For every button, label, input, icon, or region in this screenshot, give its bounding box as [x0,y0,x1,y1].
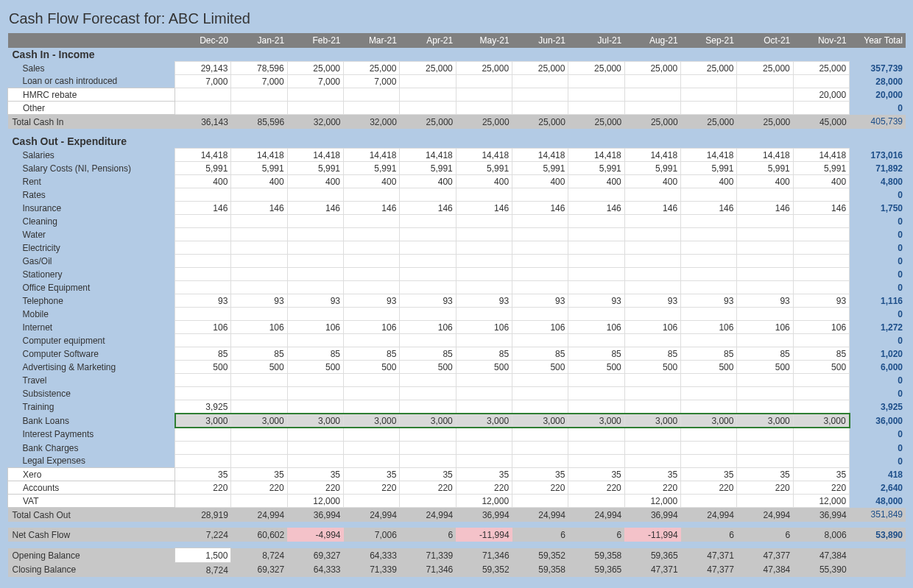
cell[interactable] [737,387,793,400]
cell[interactable] [793,334,849,347]
cell[interactable]: 3,000 [624,414,680,428]
cell[interactable] [344,88,400,102]
cell[interactable] [681,442,737,455]
cell[interactable] [568,88,624,102]
cell[interactable]: 35 [624,468,680,481]
row-label[interactable]: VAT [8,495,175,508]
cell[interactable]: 93 [568,294,624,308]
cell[interactable] [737,228,793,241]
cell[interactable]: 29,143 [175,62,231,75]
cell[interactable]: 20,000 [793,88,849,102]
cell[interactable] [793,281,849,294]
cell[interactable]: 35 [793,468,849,481]
cell[interactable]: 14,418 [737,149,793,162]
cell[interactable]: 93 [231,294,287,308]
cell[interactable] [681,268,737,281]
cell[interactable] [681,387,737,400]
cell[interactable] [231,268,287,281]
cell[interactable]: 500 [568,361,624,374]
cell[interactable] [737,215,793,228]
cell[interactable]: 85 [344,347,400,361]
cell[interactable] [512,334,568,347]
cell[interactable]: 500 [231,361,287,374]
cell[interactable] [681,281,737,294]
cell[interactable] [793,308,849,321]
cell[interactable] [400,102,456,115]
cell[interactable] [175,442,231,455]
cell[interactable] [793,241,849,255]
cell[interactable]: 400 [737,175,793,188]
cell[interactable]: 146 [456,202,512,215]
cell[interactable]: 25,000 [400,62,456,75]
cell[interactable] [287,281,343,294]
cell[interactable] [512,75,568,88]
cell[interactable] [512,241,568,255]
cell[interactable]: 14,418 [400,149,456,162]
cell[interactable] [568,374,624,387]
cell[interactable] [287,374,343,387]
cell[interactable]: 500 [512,361,568,374]
cell[interactable] [231,255,287,268]
cell[interactable] [737,428,793,442]
cell[interactable] [512,102,568,115]
cell[interactable] [512,442,568,455]
cell[interactable]: 106 [231,321,287,334]
cell[interactable] [231,428,287,442]
cell[interactable] [287,400,343,414]
cell[interactable]: 35 [512,468,568,481]
cell[interactable]: 25,000 [512,62,568,75]
cell[interactable]: 3,000 [175,414,231,428]
cell[interactable]: 25,000 [681,62,737,75]
cell[interactable] [624,455,680,468]
cell[interactable] [175,215,231,228]
cell[interactable]: 3,000 [681,414,737,428]
cell[interactable]: 5,991 [737,162,793,175]
cell[interactable]: 85 [624,347,680,361]
cell[interactable] [568,228,624,241]
cell[interactable] [231,387,287,400]
cell[interactable]: 7,000 [344,75,400,88]
cell[interactable] [231,241,287,255]
cell[interactable] [175,241,231,255]
cell[interactable] [737,188,793,202]
cell[interactable] [681,495,737,508]
cell[interactable] [793,400,849,414]
cell[interactable]: 25,000 [344,62,400,75]
cell[interactable] [624,228,680,241]
cell[interactable]: 220 [344,481,400,495]
cell[interactable]: 400 [793,175,849,188]
cell[interactable]: 14,418 [175,149,231,162]
cell[interactable] [456,88,512,102]
cell[interactable] [624,428,680,442]
cell[interactable] [287,455,343,468]
cell[interactable]: 7,000 [175,75,231,88]
cell[interactable] [568,75,624,88]
cell[interactable] [737,374,793,387]
cell[interactable] [624,255,680,268]
cell[interactable]: 78,596 [231,62,287,75]
cell[interactable]: 85 [512,347,568,361]
cell[interactable] [568,188,624,202]
cell[interactable] [456,75,512,88]
cell[interactable] [175,428,231,442]
cell[interactable]: 400 [287,175,343,188]
cell[interactable]: 35 [737,468,793,481]
cell[interactable]: 5,991 [400,162,456,175]
cell[interactable]: 5,991 [344,162,400,175]
cell[interactable] [512,400,568,414]
cell[interactable] [568,308,624,321]
cell[interactable] [231,374,287,387]
cell[interactable] [681,215,737,228]
cell[interactable]: 106 [456,321,512,334]
cell[interactable]: 400 [512,175,568,188]
cell[interactable] [624,400,680,414]
cell[interactable]: 146 [231,202,287,215]
cell[interactable]: 14,418 [793,149,849,162]
cell[interactable] [624,75,680,88]
cell[interactable] [231,281,287,294]
cell[interactable] [624,241,680,255]
cell[interactable] [175,334,231,347]
cell[interactable]: 5,991 [287,162,343,175]
cell[interactable] [344,255,400,268]
cell[interactable]: 14,418 [231,149,287,162]
